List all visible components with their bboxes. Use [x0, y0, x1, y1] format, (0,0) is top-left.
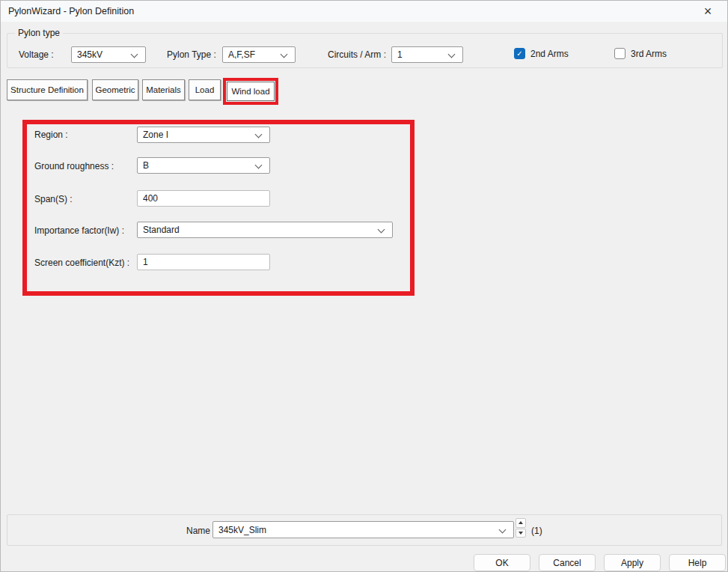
- region-value: Zone I: [143, 130, 255, 140]
- tab-label: Materials: [146, 85, 181, 94]
- third-arms-checkbox-row[interactable]: 3rd Arms: [614, 48, 667, 59]
- chevron-down-icon: [255, 162, 261, 168]
- ok-button-label: OK: [495, 558, 508, 568]
- arrow-up-icon: [519, 521, 523, 524]
- help-button-label: Help: [688, 558, 707, 568]
- tab-label: Structure Definition: [10, 85, 84, 94]
- second-arms-checkbox-row[interactable]: ✓ 2nd Arms: [514, 48, 569, 59]
- screen-coefficient-input[interactable]: [138, 255, 269, 270]
- name-dropdown[interactable]: 345kV_Slim: [212, 521, 514, 538]
- ground-roughness-label: Ground roughness :: [34, 161, 114, 171]
- screen-coefficient-label: Screen coefficient(Kzt) :: [34, 258, 129, 268]
- voltage-dropdown[interactable]: 345kV: [71, 46, 146, 63]
- span-label: Span(S) :: [34, 194, 73, 204]
- chevron-down-icon: [378, 227, 384, 233]
- ground-roughness-value: B: [143, 160, 255, 171]
- tab-load[interactable]: Load: [189, 79, 221, 100]
- help-button[interactable]: Help: [669, 554, 726, 571]
- pylon-type-label: Pylon Type :: [167, 49, 216, 60]
- pylon-type-dropdown[interactable]: A,F,SF: [222, 46, 296, 63]
- importance-factor-value: Standard: [143, 225, 378, 235]
- second-arms-label: 2nd Arms: [530, 49, 569, 59]
- circuits-arm-value: 1: [397, 49, 448, 60]
- title-bar: PylonWizard - Pylon Definition: [1, 1, 727, 22]
- third-arms-label: 3rd Arms: [631, 49, 667, 59]
- ground-roughness-dropdown[interactable]: B: [137, 157, 270, 174]
- name-label: Name: [186, 526, 210, 536]
- name-value: 345kV_Slim: [218, 525, 499, 535]
- chevron-down-icon: [281, 52, 287, 58]
- region-dropdown[interactable]: Zone I: [137, 127, 270, 143]
- name-spinner: [516, 518, 526, 538]
- cancel-button-label: Cancel: [553, 558, 581, 568]
- chevron-down-icon: [131, 52, 137, 58]
- apply-button[interactable]: Apply: [604, 554, 661, 571]
- check-icon: ✓: [516, 50, 522, 58]
- chevron-down-icon: [499, 527, 505, 533]
- region-label: Region :: [34, 130, 68, 140]
- spinner-up-button[interactable]: [516, 518, 526, 528]
- screen-coefficient-input-wrap: [137, 254, 270, 270]
- dialog-title: PylonWizard - Pylon Definition: [8, 6, 134, 16]
- importance-factor-dropdown[interactable]: Standard: [137, 222, 393, 238]
- circuits-arm-label: Circuits / Arm :: [328, 49, 386, 60]
- span-input[interactable]: [138, 191, 269, 206]
- importance-factor-label: Importance factor(Iw) :: [34, 225, 124, 236]
- annotation-box-wind-tab: Wind load: [223, 78, 278, 105]
- tab-wind-load[interactable]: Wind load: [227, 82, 275, 101]
- voltage-value: 345kV: [77, 49, 131, 60]
- name-count-badge: (1): [531, 526, 542, 536]
- ok-button[interactable]: OK: [474, 554, 530, 571]
- apply-button-label: Apply: [621, 558, 643, 568]
- tab-label: Wind load: [231, 87, 269, 96]
- pylon-type-group-label: Pylon type: [15, 28, 63, 38]
- pylon-wizard-dialog: PylonWizard - Pylon Definition × Pylon t…: [0, 0, 728, 572]
- tab-geometric[interactable]: Geometric: [92, 79, 138, 100]
- second-arms-checkbox[interactable]: ✓: [514, 48, 525, 59]
- tab-label: Geometric: [95, 85, 135, 94]
- cancel-button[interactable]: Cancel: [539, 554, 596, 571]
- circuits-arm-dropdown[interactable]: 1: [391, 46, 463, 63]
- spinner-down-button[interactable]: [516, 529, 526, 538]
- close-icon: ×: [704, 4, 712, 18]
- third-arms-checkbox[interactable]: [614, 48, 625, 59]
- voltage-label: Voltage :: [19, 49, 54, 60]
- arrow-down-icon: [519, 532, 523, 535]
- tab-label: Load: [195, 85, 215, 94]
- chevron-down-icon: [255, 132, 261, 138]
- chevron-down-icon: [448, 52, 454, 58]
- tab-materials[interactable]: Materials: [142, 79, 185, 100]
- span-input-wrap: [137, 190, 270, 207]
- tab-structure-definition[interactable]: Structure Definition: [7, 79, 88, 100]
- pylon-type-value: A,F,SF: [228, 49, 281, 60]
- close-button[interactable]: ×: [694, 1, 721, 22]
